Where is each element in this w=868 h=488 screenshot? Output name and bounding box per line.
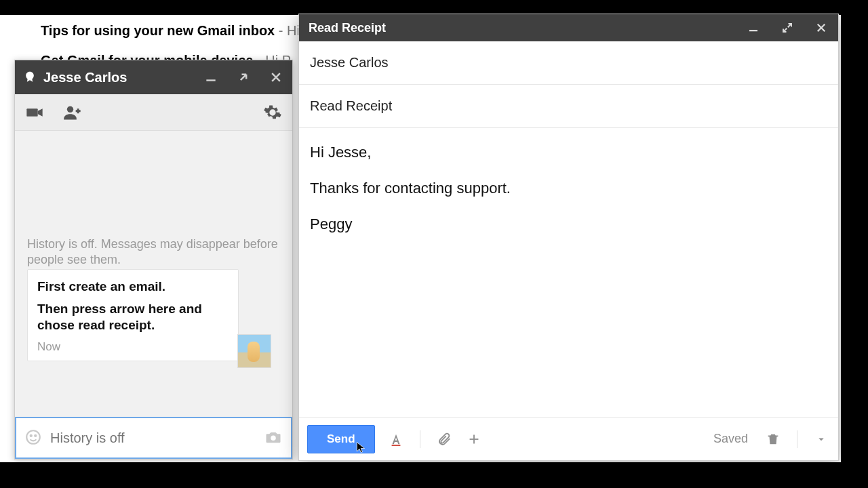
divider: [797, 430, 797, 448]
compose-subject-field[interactable]: Read Receipt: [299, 85, 838, 128]
body-line: Peggy: [310, 212, 827, 236]
message-line: Then press arrow here and chose read rec…: [37, 301, 229, 333]
divider: [420, 430, 420, 448]
compose-body[interactable]: Hi Jesse, Thanks for contacting support.…: [299, 128, 838, 417]
body-line: Hi Jesse,: [310, 140, 827, 164]
minimize-icon[interactable]: [203, 69, 219, 85]
expand-icon[interactable]: [780, 20, 795, 35]
video-call-icon[interactable]: [24, 102, 45, 123]
chat-body: History is off. Messages may disappear b…: [15, 131, 292, 417]
emoji-icon[interactable]: [24, 428, 42, 449]
chat-message: First create an email. Then press arrow …: [27, 269, 239, 361]
chat-title: Jesse Carlos: [43, 70, 196, 85]
more-options-icon[interactable]: [812, 430, 830, 448]
svg-point-6: [271, 435, 275, 440]
format-icon[interactable]: [387, 430, 405, 448]
camera-icon[interactable]: [264, 428, 283, 449]
minimize-icon[interactable]: [746, 20, 761, 35]
close-icon[interactable]: [814, 20, 829, 35]
compose-subject-value: Read Receipt: [310, 98, 392, 114]
svg-rect-7: [749, 30, 757, 31]
chat-input-bar[interactable]: [15, 417, 292, 459]
compose-header: Read Receipt: [299, 14, 838, 41]
compose-title: Read Receipt: [309, 21, 736, 35]
svg-rect-0: [206, 79, 215, 81]
compose-footer: Send Saved: [299, 417, 838, 460]
svg-rect-8: [391, 445, 400, 446]
compose-to-field[interactable]: Jesse Carlos: [299, 41, 838, 85]
compose-to-value: Jesse Carlos: [310, 55, 389, 70]
compose-window: Read Receipt Jesse Carlos Read Receipt H…: [298, 14, 839, 461]
message-line: First create an email.: [37, 279, 229, 294]
chat-header: Jesse Carlos: [15, 60, 292, 94]
avatar: [237, 334, 271, 368]
trash-icon[interactable]: [764, 430, 782, 448]
svg-rect-1: [26, 108, 37, 117]
send-button[interactable]: Send: [307, 425, 375, 453]
svg-point-4: [31, 434, 32, 436]
message-timestamp: Now: [37, 340, 229, 354]
chat-window: Jesse Carlos History is off.: [14, 60, 293, 460]
chat-toolbar: [15, 94, 292, 131]
svg-point-2: [67, 106, 73, 112]
attachment-icon[interactable]: [435, 430, 453, 448]
presence-icon: [23, 70, 37, 84]
gear-icon[interactable]: [262, 102, 283, 123]
inbox-row[interactable]: Tips for using your new Gmail inbox - Hi…: [41, 23, 313, 39]
add-person-icon[interactable]: [62, 102, 83, 123]
svg-point-3: [26, 430, 40, 444]
body-line: Thanks for contacting support.: [310, 176, 827, 200]
chat-text-input[interactable]: [50, 430, 256, 446]
insert-more-icon[interactable]: [465, 430, 483, 448]
svg-point-5: [35, 434, 36, 436]
close-icon[interactable]: [268, 69, 284, 85]
saved-label: Saved: [713, 432, 748, 446]
history-note: History is off. Messages may disappear b…: [27, 237, 280, 267]
inbox-subject: Tips for using your new Gmail inbox: [41, 23, 275, 38]
popout-icon[interactable]: [235, 69, 252, 85]
